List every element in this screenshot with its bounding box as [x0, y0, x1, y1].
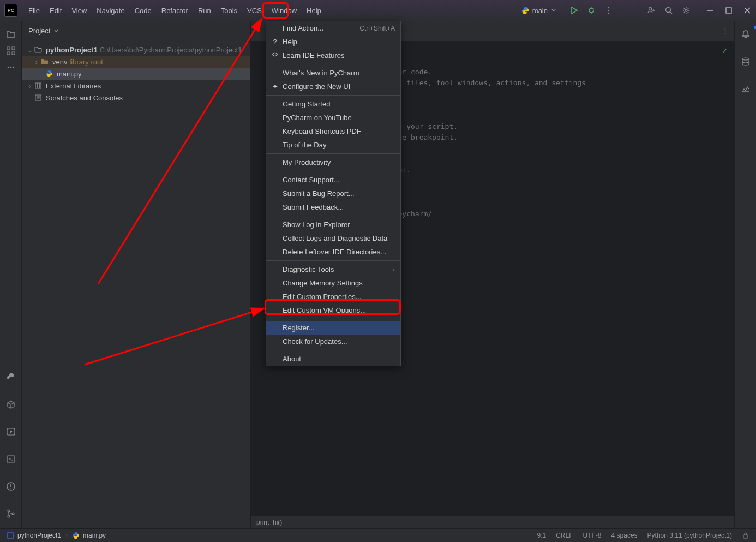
menu-productivity[interactable]: My Productivity: [266, 156, 400, 169]
svg-rect-12: [7, 52, 10, 55]
menu-whats-new[interactable]: What's New in PyCharm: [266, 66, 400, 80]
collaborate-icon[interactable]: [647, 6, 656, 15]
packages-icon[interactable]: [0, 396, 22, 413]
menu-refactor[interactable]: Refactor: [157, 4, 193, 17]
search-icon[interactable]: [664, 6, 673, 15]
menu-check-updates[interactable]: Check for Updates...: [266, 335, 400, 348]
menu-bug-report[interactable]: Submit a Bug Report...: [266, 187, 400, 200]
menu-delete-dirs[interactable]: Delete Leftover IDE Directories...: [266, 245, 400, 259]
menu-view[interactable]: View: [67, 4, 91, 17]
breadcrumb-bar[interactable]: print_hi(): [251, 515, 734, 528]
debug-icon[interactable]: [587, 6, 596, 15]
problems-icon[interactable]: [0, 478, 22, 495]
menu-about[interactable]: About: [266, 352, 400, 366]
run-config-selector[interactable]: main: [517, 5, 561, 16]
svg-point-27: [742, 58, 749, 60]
tree-scratches[interactable]: Scratches and Consoles: [22, 92, 250, 104]
chevron-down-icon: [53, 28, 59, 34]
app-icon: PC: [4, 4, 17, 17]
status-encoding[interactable]: UTF-8: [583, 532, 602, 539]
more-icon[interactable]: [604, 6, 613, 15]
menu-contact-support[interactable]: Contact Support...: [266, 173, 400, 187]
svg-rect-25: [40, 83, 41, 88]
status-lineend[interactable]: CRLF: [556, 532, 573, 539]
editor-options-icon[interactable]: ⋮: [722, 26, 729, 34]
menu-show-log[interactable]: Show Log in Explorer: [266, 218, 400, 231]
chevron-right-icon: ›: [26, 82, 34, 90]
menu-custom-vm[interactable]: Edit Custom VM Options...: [266, 303, 400, 317]
folder-icon: [40, 57, 49, 66]
chevron-down-icon: [551, 8, 556, 13]
menu-feedback[interactable]: Submit Feedback...: [266, 200, 400, 214]
status-interpreter[interactable]: Python 3.11 (pythonProject1): [647, 532, 732, 539]
menu-edit[interactable]: Edit: [45, 4, 66, 17]
svg-point-22: [12, 513, 14, 515]
minimize-icon[interactable]: [706, 6, 715, 15]
menu-kbd-pdf[interactable]: Keyboard Shortcuts PDF: [266, 124, 400, 138]
chevron-right-icon: ›: [33, 58, 40, 66]
menu-custom-props[interactable]: Edit Custom Properties...: [266, 290, 400, 303]
project-panel: Project ⌄ pythonProject1 C:\Users\bd\Pyc…: [22, 21, 251, 528]
svg-point-4: [608, 10, 609, 11]
notifications-icon[interactable]: [735, 26, 757, 43]
left-toolbar: [0, 21, 22, 528]
tree-external-libs[interactable]: › External Libraries: [22, 80, 250, 92]
terminal-icon[interactable]: [0, 451, 22, 467]
menu-run[interactable]: Run: [194, 4, 215, 17]
sciview-icon[interactable]: [735, 81, 757, 97]
svg-rect-23: [35, 83, 37, 88]
menu-window[interactable]: Window: [267, 4, 301, 17]
svg-point-15: [10, 67, 12, 68]
status-project[interactable]: pythonProject1: [17, 532, 61, 539]
menu-tools[interactable]: Tools: [217, 4, 242, 17]
settings-icon[interactable]: [682, 6, 691, 15]
tree-venv[interactable]: › venv library root: [22, 56, 250, 68]
menu-getting-started[interactable]: Getting Started: [266, 97, 400, 111]
tree-main-py[interactable]: main.py: [22, 68, 250, 80]
module-icon: [7, 532, 14, 539]
menu-configure-ui[interactable]: ✦Configure the New UI: [266, 80, 400, 93]
lock-icon[interactable]: [742, 532, 749, 539]
svg-rect-9: [726, 8, 731, 13]
menu-learn-ide[interactable]: Learn IDE Features: [266, 49, 400, 62]
maximize-icon[interactable]: [724, 6, 733, 15]
project-tool-icon[interactable]: [0, 26, 22, 43]
menu-code[interactable]: Code: [130, 4, 156, 17]
svg-point-14: [8, 67, 9, 68]
svg-point-21: [8, 515, 10, 517]
status-file[interactable]: main.py: [83, 532, 106, 539]
close-icon[interactable]: [743, 6, 752, 15]
menu-collect-logs[interactable]: Collect Logs and Diagnostic Data: [266, 231, 400, 245]
svg-point-0: [524, 8, 524, 8]
title-bar: PC File Edit View Navigate Code Refactor…: [0, 0, 756, 21]
menu-vcs[interactable]: VCS: [243, 4, 266, 17]
python-console-icon[interactable]: [0, 369, 22, 385]
more-tools-icon[interactable]: [0, 59, 22, 75]
menu-find-action[interactable]: Find Action...Ctrl+Shift+A: [266, 21, 400, 35]
menu-youtube[interactable]: PyCharm on YouTube: [266, 111, 400, 124]
run-icon[interactable]: [569, 6, 578, 15]
tree-root[interactable]: ⌄ pythonProject1 C:\Users\bd\PycharmProj…: [22, 44, 250, 56]
status-indent[interactable]: 4 spaces: [611, 532, 638, 539]
menu-memory[interactable]: Change Memory Settings: [266, 276, 400, 290]
menu-diag-tools[interactable]: Diagnostic Tools›: [266, 263, 400, 276]
scratch-icon: [34, 93, 43, 102]
svg-rect-29: [743, 535, 748, 538]
vcs-icon[interactable]: [0, 505, 22, 522]
database-icon[interactable]: [735, 53, 757, 70]
services-icon[interactable]: [0, 424, 22, 440]
menu-tip-of-day[interactable]: Tip of the Day: [266, 138, 400, 152]
menu-help[interactable]: Help: [302, 4, 326, 17]
structure-tool-icon[interactable]: [0, 43, 22, 59]
menu-help-item[interactable]: ?Help: [266, 35, 400, 49]
svg-point-16: [13, 67, 15, 68]
svg-point-20: [8, 510, 10, 512]
project-panel-header[interactable]: Project: [22, 21, 250, 41]
menu-register[interactable]: Register...: [266, 321, 400, 335]
menu-navigate[interactable]: Navigate: [92, 4, 129, 17]
menu-file[interactable]: File: [24, 4, 44, 17]
python-file-icon: [45, 69, 53, 78]
status-position[interactable]: 9:1: [537, 532, 547, 539]
svg-point-7: [666, 8, 671, 13]
folder-icon: [34, 45, 43, 54]
